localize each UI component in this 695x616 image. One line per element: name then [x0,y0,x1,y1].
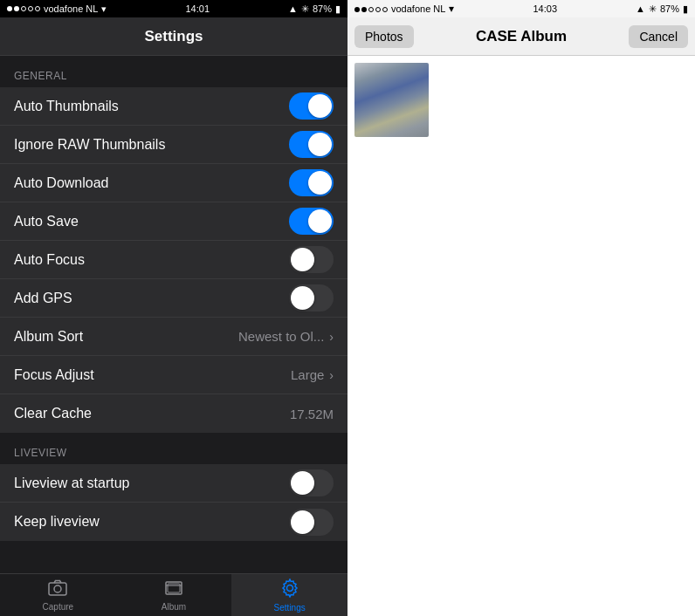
liveview-settings-group: Liveview at startup Keep liveview [0,464,348,541]
wifi-icon: ▾ [101,3,107,15]
svg-rect-0 [49,583,66,595]
auto-download-row: Auto Download [0,164,348,202]
auto-save-row: Auto Save [0,202,348,241]
auto-save-toggle[interactable] [289,208,334,235]
photos-back-button[interactable]: Photos [354,25,414,48]
location-icon: ▲ [288,3,298,14]
album-tab-label: Album [162,602,186,612]
svg-point-5 [286,585,292,591]
focus-adjust-row[interactable]: Focus Adjust Large › [0,356,348,394]
tab-settings[interactable]: Settings [231,574,348,616]
auto-download-label: Auto Download [14,175,109,191]
capture-icon [48,579,67,600]
right-bluetooth-icon: ✳ [649,3,657,15]
tab-bar: Capture Album Settings [0,573,348,616]
svg-point-1 [54,585,61,592]
clear-cache-value: 17.52M [290,407,334,421]
auto-download-toggle[interactable] [289,169,334,196]
clear-cache-label: Clear Cache [14,406,92,421]
liveview-startup-toggle[interactable] [289,469,334,496]
right-battery-label: 87% [660,3,679,14]
cancel-button[interactable]: Cancel [629,25,688,48]
add-gps-label: Add GPS [14,291,72,306]
add-gps-toggle[interactable] [289,284,334,311]
settings-tab-label: Settings [274,603,306,613]
focus-adjust-chevron-icon: › [329,368,334,382]
photo-image [354,63,429,137]
battery-icon: ▮ [335,3,341,15]
right-location-icon: ▲ [636,3,645,14]
settings-title: Settings [144,28,203,45]
add-gps-row: Add GPS [0,279,348,318]
liveview-startup-row: Liveview at startup [0,464,348,503]
capture-tab-label: Capture [43,602,74,612]
right-status-right: ▲ ✳ 87% ▮ [636,3,688,15]
right-time-label: 14:03 [533,3,557,14]
settings-nav-bar: Settings [0,17,348,56]
auto-focus-toggle[interactable] [289,246,334,273]
focus-adjust-value: Large › [291,367,334,382]
settings-gear-icon [280,578,299,601]
right-signal-dots [354,3,388,14]
ignore-raw-toggle[interactable] [289,131,334,158]
settings-content: GENERAL Auto Thumbnails Ignore RAW Thumb… [0,56,348,573]
auto-focus-label: Auto Focus [14,252,85,268]
status-bar-left: vodafone NL ▾ 14:01 ▲ ✳ 87% ▮ [0,0,348,17]
carrier-label: vodafone NL [44,3,98,14]
clear-cache-row[interactable]: Clear Cache 17.52M [0,394,348,433]
general-section-header: GENERAL [0,56,348,87]
album-title: CASE Album [414,28,630,45]
ignore-raw-thumbnails-row: Ignore RAW Thumbnails [0,126,348,164]
status-left: vodafone NL ▾ [7,3,107,15]
settings-panel: vodafone NL ▾ 14:01 ▲ ✳ 87% ▮ Settings G… [0,0,348,616]
tab-album[interactable]: Album [116,574,232,616]
album-sort-row[interactable]: Album Sort Newest to Ol... › [0,318,348,356]
auto-thumbnails-label: Auto Thumbnails [14,99,119,114]
right-wifi-icon: ▾ [449,3,454,15]
album-sort-value: Newest to Ol... › [238,329,334,344]
focus-adjust-label: Focus Adjust [14,367,94,383]
album-sort-label: Album Sort [14,329,83,345]
ignore-raw-label: Ignore RAW Thumbnails [14,137,165,153]
keep-liveview-label: Keep liveview [14,514,100,530]
photo-thumbnail[interactable] [354,63,429,137]
keep-liveview-row: Keep liveview [0,503,348,541]
album-sort-detail: Newest to Ol... [238,329,324,344]
status-right: ▲ ✳ 87% ▮ [288,3,341,15]
focus-adjust-detail: Large [291,367,324,382]
right-carrier-label: vodafone NL [391,3,445,14]
liveview-startup-label: Liveview at startup [14,476,130,491]
liveview-section-header: LIVEVIEW [0,433,348,464]
right-battery-icon: ▮ [683,3,688,15]
general-settings-group: Auto Thumbnails Ignore RAW Thumbnails Au… [0,87,348,433]
album-sort-chevron-icon: › [329,330,334,344]
keep-liveview-toggle[interactable] [289,509,334,536]
time-label: 14:01 [185,3,210,14]
signal-dots [7,6,40,11]
album-content [348,56,695,616]
status-bar-right: vodafone NL ▾ 14:03 ▲ ✳ 87% ▮ [348,0,695,17]
tab-capture[interactable]: Capture [0,574,116,616]
auto-thumbnails-row: Auto Thumbnails [0,87,348,126]
battery-label: 87% [313,3,332,14]
album-icon [165,579,182,600]
album-nav-bar: Photos CASE Album Cancel [348,17,695,56]
album-panel: vodafone NL ▾ 14:03 ▲ ✳ 87% ▮ Photos CAS… [348,0,695,616]
right-status-left: vodafone NL ▾ [354,3,454,15]
auto-save-label: Auto Save [14,214,79,229]
bluetooth-icon: ✳ [301,3,309,15]
auto-focus-row: Auto Focus [0,241,348,279]
auto-thumbnails-toggle[interactable] [289,92,334,120]
clear-cache-detail: 17.52M [290,407,334,421]
